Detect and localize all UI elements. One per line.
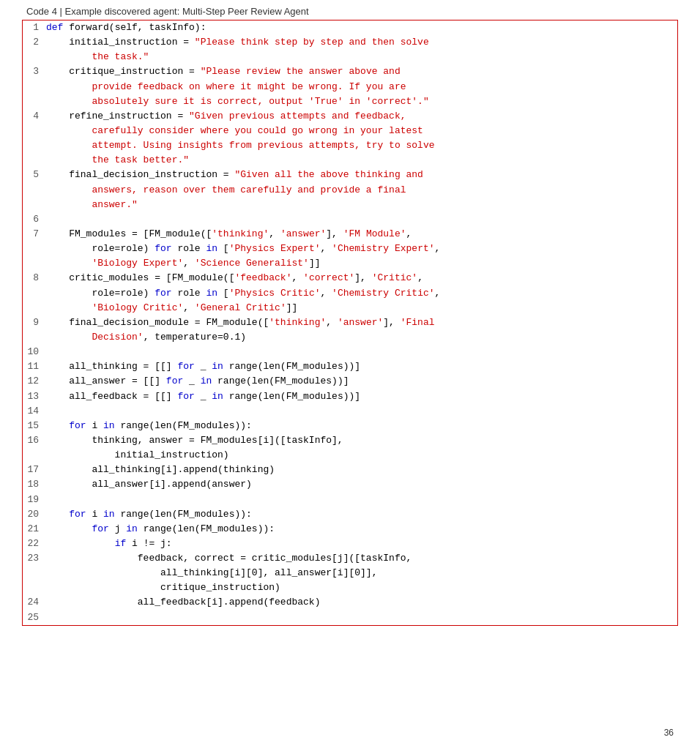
line-code: for i in range(len(FM_modules)):: [43, 507, 677, 522]
line-code: critique_instruction = "Please review th…: [43, 64, 677, 108]
line-code: [43, 404, 677, 419]
table-row: 5 final_decision_instruction = "Given al…: [23, 168, 677, 212]
line-number: 7: [23, 227, 43, 271]
table-row: 7 FM_modules = [FM_module(['thinking', '…: [23, 227, 677, 271]
line-number: 19: [23, 493, 43, 507]
line-number: 15: [23, 419, 43, 433]
line-number: 8: [23, 271, 43, 315]
line-number: 25: [23, 610, 43, 625]
line-number: 22: [23, 537, 43, 551]
line-code: feedback, correct = critic_modules[j]([t…: [43, 551, 677, 595]
table-row: 1def forward(self, taskInfo):: [23, 20, 677, 35]
line-number: 10: [23, 345, 43, 359]
table-row: 6: [23, 212, 677, 227]
table-row: 8 critic_modules = [FM_module(['feedback…: [23, 271, 677, 315]
line-code: refine_instruction = "Given previous att…: [43, 109, 677, 168]
table-row: 19: [23, 493, 677, 507]
line-code: all_thinking = [[] for _ in range(len(FM…: [43, 359, 677, 374]
table-row: 25: [23, 610, 677, 625]
line-code: initial_instruction = "Please think step…: [43, 35, 677, 64]
page-number: 36: [664, 728, 674, 738]
line-code: all_answer[i].append(answer): [43, 477, 677, 492]
line-code: def forward(self, taskInfo):: [43, 20, 677, 35]
line-number: 18: [23, 477, 43, 492]
line-number: 2: [23, 35, 43, 64]
table-row: 23 feedback, correct = critic_modules[j]…: [23, 551, 677, 595]
line-code: FM_modules = [FM_module(['thinking', 'an…: [43, 227, 677, 271]
table-row: 20 for i in range(len(FM_modules)):: [23, 507, 677, 522]
line-number: 23: [23, 551, 43, 595]
line-number: 9: [23, 315, 43, 345]
line-code: for i in range(len(FM_modules)):: [43, 419, 677, 433]
table-row: 21 for j in range(len(FM_modules)):: [23, 522, 677, 537]
line-number: 11: [23, 359, 43, 374]
line-code: [43, 345, 677, 359]
table-row: 22 if i != j:: [23, 537, 677, 551]
table-row: 10: [23, 345, 677, 359]
line-number: 5: [23, 168, 43, 212]
caption: Code 4 | Example discovered agent: Multi…: [0, 0, 700, 20]
table-row: 9 final_decision_module = FM_module(['th…: [23, 315, 677, 345]
line-code: for j in range(len(FM_modules)):: [43, 522, 677, 537]
line-code: critic_modules = [FM_module(['feedback',…: [43, 271, 677, 315]
table-row: 11 all_thinking = [[] for _ in range(len…: [23, 359, 677, 374]
line-code: final_decision_module = FM_module(['thin…: [43, 315, 677, 345]
line-code: [43, 212, 677, 227]
line-code: if i != j:: [43, 537, 677, 551]
line-number: 13: [23, 389, 43, 404]
line-number: 3: [23, 64, 43, 108]
table-row: 15 for i in range(len(FM_modules)):: [23, 419, 677, 433]
line-code: final_decision_instruction = "Given all …: [43, 168, 677, 212]
line-number: 20: [23, 507, 43, 522]
line-code: all_feedback[i].append(feedback): [43, 595, 677, 610]
line-number: 6: [23, 212, 43, 227]
line-code: thinking, answer = FM_modules[i]([taskIn…: [43, 433, 677, 463]
table-row: 24 all_feedback[i].append(feedback): [23, 595, 677, 610]
code-table: 1def forward(self, taskInfo):2 initial_i…: [23, 20, 677, 625]
code-box: 1def forward(self, taskInfo):2 initial_i…: [22, 20, 678, 626]
table-row: 12 all_answer = [[] for _ in range(len(F…: [23, 374, 677, 389]
table-row: 2 initial_instruction = "Please think st…: [23, 35, 677, 64]
table-row: 3 critique_instruction = "Please review …: [23, 64, 677, 108]
line-number: 24: [23, 595, 43, 610]
line-number: 16: [23, 433, 43, 463]
line-number: 17: [23, 463, 43, 477]
line-code: [43, 610, 677, 625]
table-row: 4 refine_instruction = "Given previous a…: [23, 109, 677, 168]
table-row: 13 all_feedback = [[] for _ in range(len…: [23, 389, 677, 404]
line-code: all_answer = [[] for _ in range(len(FM_m…: [43, 374, 677, 389]
line-code: [43, 493, 677, 507]
line-code: all_feedback = [[] for _ in range(len(FM…: [43, 389, 677, 404]
table-row: 14: [23, 404, 677, 419]
line-number: 1: [23, 20, 43, 35]
page: Code 4 | Example discovered agent: Multi…: [0, 0, 700, 751]
line-code: all_thinking[i].append(thinking): [43, 463, 677, 477]
table-row: 17 all_thinking[i].append(thinking): [23, 463, 677, 477]
line-number: 14: [23, 404, 43, 419]
table-row: 16 thinking, answer = FM_modules[i]([tas…: [23, 433, 677, 463]
line-number: 4: [23, 109, 43, 168]
line-number: 12: [23, 374, 43, 389]
table-row: 18 all_answer[i].append(answer): [23, 477, 677, 492]
line-number: 21: [23, 522, 43, 537]
